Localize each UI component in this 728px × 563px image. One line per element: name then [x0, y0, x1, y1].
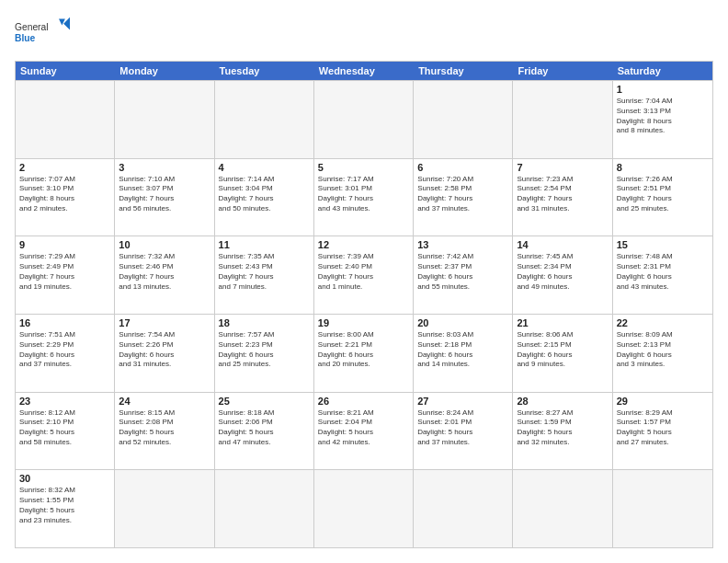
- cal-cell: [513, 81, 612, 158]
- day-number: 29: [617, 396, 709, 407]
- cal-cell: 3Sunrise: 7:10 AM Sunset: 3:07 PM Daylig…: [115, 159, 214, 236]
- cal-cell: 6Sunrise: 7:20 AM Sunset: 2:58 PM Daylig…: [414, 159, 513, 236]
- cal-cell: 5Sunrise: 7:17 AM Sunset: 3:01 PM Daylig…: [314, 159, 414, 236]
- cal-cell: 19Sunrise: 8:00 AM Sunset: 2:21 PM Dayli…: [314, 315, 414, 392]
- day-info: Sunrise: 7:35 AM Sunset: 2:43 PM Dayligh…: [219, 252, 310, 292]
- day-number: 28: [517, 396, 608, 407]
- cal-cell: 29Sunrise: 8:29 AM Sunset: 1:57 PM Dayli…: [613, 393, 712, 470]
- day-info: Sunrise: 7:54 AM Sunset: 2:26 PM Dayligh…: [119, 330, 210, 370]
- day-info: Sunrise: 7:04 AM Sunset: 3:13 PM Dayligh…: [617, 97, 709, 136]
- day-number: 27: [417, 396, 508, 407]
- day-number: 14: [517, 239, 608, 250]
- day-number: 24: [119, 396, 210, 407]
- header-day-monday: Monday: [115, 62, 214, 80]
- cal-cell: [314, 81, 414, 158]
- day-info: Sunrise: 8:00 AM Sunset: 2:21 PM Dayligh…: [318, 330, 409, 370]
- day-number: 1: [617, 84, 709, 95]
- day-number: 16: [19, 317, 110, 328]
- header-day-saturday: Saturday: [613, 62, 712, 80]
- cal-cell: 24Sunrise: 8:15 AM Sunset: 2:08 PM Dayli…: [115, 393, 214, 470]
- day-number: 15: [617, 239, 709, 250]
- day-info: Sunrise: 8:21 AM Sunset: 2:04 PM Dayligh…: [318, 408, 409, 448]
- day-number: 26: [318, 396, 409, 407]
- day-number: 5: [318, 162, 409, 173]
- calendar-row-5: 30Sunrise: 8:32 AM Sunset: 1:55 PM Dayli…: [16, 469, 712, 547]
- day-info: Sunrise: 7:17 AM Sunset: 3:01 PM Dayligh…: [318, 175, 409, 214]
- calendar-row-2: 9Sunrise: 7:29 AM Sunset: 2:49 PM Daylig…: [16, 236, 712, 314]
- day-number: 18: [219, 317, 310, 328]
- cal-cell: [414, 81, 513, 158]
- day-info: Sunrise: 7:48 AM Sunset: 2:31 PM Dayligh…: [617, 252, 709, 292]
- day-info: Sunrise: 8:29 AM Sunset: 1:57 PM Dayligh…: [617, 408, 709, 448]
- cal-cell: 12Sunrise: 7:39 AM Sunset: 2:40 PM Dayli…: [314, 236, 414, 314]
- day-number: 2: [19, 162, 110, 173]
- day-info: Sunrise: 7:26 AM Sunset: 2:51 PM Dayligh…: [617, 175, 709, 214]
- day-number: 11: [219, 239, 310, 250]
- cal-cell: 20Sunrise: 8:03 AM Sunset: 2:18 PM Dayli…: [414, 315, 513, 392]
- svg-text:General: General: [15, 22, 49, 32]
- cal-cell: 2Sunrise: 7:07 AM Sunset: 3:10 PM Daylig…: [16, 159, 115, 236]
- cal-cell: 25Sunrise: 8:18 AM Sunset: 2:06 PM Dayli…: [215, 393, 314, 470]
- day-info: Sunrise: 7:14 AM Sunset: 3:04 PM Dayligh…: [219, 175, 310, 214]
- day-info: Sunrise: 7:45 AM Sunset: 2:34 PM Dayligh…: [517, 252, 608, 292]
- day-info: Sunrise: 7:29 AM Sunset: 2:49 PM Dayligh…: [19, 252, 110, 292]
- day-info: Sunrise: 7:39 AM Sunset: 2:40 PM Dayligh…: [318, 252, 409, 292]
- day-number: 20: [417, 317, 508, 328]
- calendar-row-0: 1Sunrise: 7:04 AM Sunset: 3:13 PM Daylig…: [16, 80, 712, 158]
- calendar-row-4: 23Sunrise: 8:12 AM Sunset: 2:10 PM Dayli…: [16, 392, 712, 470]
- header-day-sunday: Sunday: [16, 62, 115, 80]
- day-number: 7: [517, 162, 608, 173]
- cal-cell: 22Sunrise: 8:09 AM Sunset: 2:13 PM Dayli…: [613, 315, 712, 392]
- day-number: 4: [219, 162, 310, 173]
- cal-cell: 23Sunrise: 8:12 AM Sunset: 2:10 PM Dayli…: [16, 393, 115, 470]
- header-day-tuesday: Tuesday: [215, 62, 314, 80]
- day-info: Sunrise: 7:20 AM Sunset: 2:58 PM Dayligh…: [417, 175, 508, 214]
- cal-cell: 10Sunrise: 7:32 AM Sunset: 2:46 PM Dayli…: [115, 236, 214, 314]
- cal-cell: [215, 81, 314, 158]
- cal-cell: [115, 81, 214, 158]
- day-info: Sunrise: 7:23 AM Sunset: 2:54 PM Dayligh…: [517, 175, 608, 214]
- cal-cell: [314, 470, 414, 547]
- cal-cell: [414, 470, 513, 547]
- logo: General Blue: [15, 15, 70, 52]
- day-number: 25: [219, 396, 310, 407]
- svg-text:Blue: Blue: [15, 33, 36, 43]
- day-info: Sunrise: 8:18 AM Sunset: 2:06 PM Dayligh…: [219, 408, 310, 448]
- cal-cell: 11Sunrise: 7:35 AM Sunset: 2:43 PM Dayli…: [215, 236, 314, 314]
- day-info: Sunrise: 7:10 AM Sunset: 3:07 PM Dayligh…: [119, 175, 210, 214]
- day-info: Sunrise: 8:15 AM Sunset: 2:08 PM Dayligh…: [119, 408, 210, 448]
- cal-cell: [215, 470, 314, 547]
- day-number: 22: [617, 317, 709, 328]
- day-number: 8: [617, 162, 709, 173]
- cal-cell: 9Sunrise: 7:29 AM Sunset: 2:49 PM Daylig…: [16, 236, 115, 314]
- day-number: 12: [318, 239, 409, 250]
- day-info: Sunrise: 8:03 AM Sunset: 2:18 PM Dayligh…: [417, 330, 508, 370]
- cal-cell: [16, 81, 115, 158]
- header-day-wednesday: Wednesday: [314, 62, 414, 80]
- cal-cell: 14Sunrise: 7:45 AM Sunset: 2:34 PM Dayli…: [513, 236, 612, 314]
- cal-cell: [613, 470, 712, 547]
- cal-cell: 26Sunrise: 8:21 AM Sunset: 2:04 PM Dayli…: [314, 393, 414, 470]
- day-number: 13: [417, 239, 508, 250]
- day-number: 19: [318, 317, 409, 328]
- cal-cell: 15Sunrise: 7:48 AM Sunset: 2:31 PM Dayli…: [613, 236, 712, 314]
- day-info: Sunrise: 8:12 AM Sunset: 2:10 PM Dayligh…: [19, 408, 110, 448]
- header-day-thursday: Thursday: [414, 62, 513, 80]
- day-number: 10: [119, 239, 210, 250]
- page: General Blue SundayMondayTuesdayWednesda…: [0, 0, 728, 563]
- calendar: SundayMondayTuesdayWednesdayThursdayFrid…: [15, 61, 713, 548]
- day-number: 23: [19, 396, 110, 407]
- day-info: Sunrise: 8:27 AM Sunset: 1:59 PM Dayligh…: [517, 408, 608, 448]
- cal-cell: 13Sunrise: 7:42 AM Sunset: 2:37 PM Dayli…: [414, 236, 513, 314]
- day-info: Sunrise: 8:24 AM Sunset: 2:01 PM Dayligh…: [417, 408, 508, 448]
- day-number: 21: [517, 317, 608, 328]
- day-info: Sunrise: 7:42 AM Sunset: 2:37 PM Dayligh…: [417, 252, 508, 292]
- cal-cell: 1Sunrise: 7:04 AM Sunset: 3:13 PM Daylig…: [613, 81, 712, 158]
- cal-cell: 28Sunrise: 8:27 AM Sunset: 1:59 PM Dayli…: [513, 393, 612, 470]
- calendar-row-1: 2Sunrise: 7:07 AM Sunset: 3:10 PM Daylig…: [16, 158, 712, 236]
- day-info: Sunrise: 7:51 AM Sunset: 2:29 PM Dayligh…: [19, 330, 110, 370]
- cal-cell: 21Sunrise: 8:06 AM Sunset: 2:15 PM Dayli…: [513, 315, 612, 392]
- day-number: 17: [119, 317, 210, 328]
- cal-cell: 7Sunrise: 7:23 AM Sunset: 2:54 PM Daylig…: [513, 159, 612, 236]
- day-info: Sunrise: 8:32 AM Sunset: 1:55 PM Dayligh…: [19, 486, 110, 525]
